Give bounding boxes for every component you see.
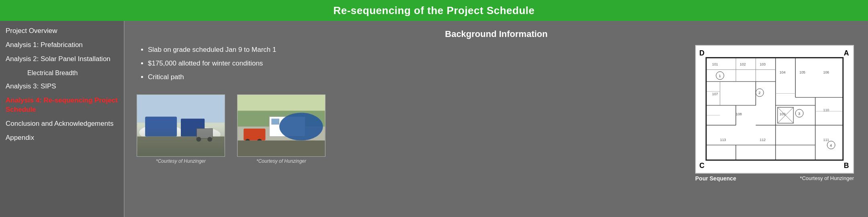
svg-point-9 — [207, 137, 212, 142]
svg-rect-20 — [696, 46, 853, 173]
svg-text:B: B — [844, 162, 849, 170]
svg-rect-16 — [244, 129, 265, 141]
svg-rect-5 — [181, 119, 205, 137]
svg-point-3 — [181, 127, 221, 142]
svg-text:109: 109 — [780, 112, 786, 116]
header: Re-sequencing of the Project Schedule — [0, 0, 868, 21]
svg-text:111: 111 — [823, 138, 829, 142]
svg-text:107: 107 — [712, 92, 718, 96]
sidebar-item-project-overview[interactable]: Project Overview — [3, 25, 121, 37]
svg-text:103: 103 — [760, 62, 766, 66]
svg-text:108: 108 — [736, 112, 742, 116]
svg-point-2 — [139, 125, 183, 140]
sidebar-item-appendix[interactable]: Appendix — [3, 132, 121, 144]
sidebar-item-electrical-breadth[interactable]: Electrical Breadth — [3, 67, 121, 79]
svg-rect-1 — [137, 123, 224, 156]
main-layout: Project Overview Analysis 1: Prefabricat… — [0, 21, 868, 217]
svg-rect-19 — [237, 141, 325, 156]
svg-rect-4 — [145, 117, 177, 137]
svg-point-15 — [279, 113, 323, 141]
svg-text:101: 101 — [712, 62, 718, 66]
bullets-and-images: Slab on grade scheduled Jan 9 to March 1… — [137, 45, 856, 211]
sidebar-item-conclusion[interactable]: Conclusion and Acknowledgements — [3, 118, 121, 130]
svg-point-8 — [196, 137, 201, 142]
image-block-1: *Courtesy of Hunzinger — [137, 94, 225, 164]
svg-text:C: C — [699, 162, 704, 170]
svg-rect-14 — [271, 119, 279, 125]
svg-text:D: D — [699, 49, 704, 57]
image-block-2: *Courtesy of Hunzinger — [237, 94, 326, 164]
images-row: *Courtesy of Hunzinger — [137, 94, 687, 164]
content-area: Background Information Slab on grade sch… — [125, 21, 868, 217]
svg-text:2: 2 — [759, 91, 761, 95]
pour-sequence-label: Pour Sequence — [695, 175, 736, 182]
svg-text:A: A — [844, 49, 849, 57]
photo1-caption: *Courtesy of Hunzinger — [156, 158, 206, 164]
page-title: Re-sequencing of the Project Schedule — [333, 4, 534, 17]
svg-text:113: 113 — [720, 138, 726, 142]
svg-text:112: 112 — [760, 138, 766, 142]
svg-text:110: 110 — [823, 108, 829, 112]
construction-photo-2 — [237, 94, 326, 157]
floorplan-courtesy: *Courtesy of Hunzinger — [800, 175, 854, 182]
sidebar-item-analysis4[interactable]: Analysis 4: Re-sequencing Project Schedu… — [3, 94, 121, 116]
svg-text:106: 106 — [823, 70, 829, 74]
construction-photo-1 — [137, 94, 225, 157]
sidebar-item-analysis1[interactable]: Analysis 1: Prefabrication — [3, 39, 121, 51]
svg-text:105: 105 — [799, 70, 805, 74]
sidebar-item-analysis3[interactable]: Analysis 3: SIPS — [3, 80, 121, 93]
bullet-item-1: Slab on grade scheduled Jan 9 to March 1 — [148, 45, 687, 55]
bullet-item-2: $175,000 allotted for winter conditions — [148, 59, 687, 68]
bullet-list: Slab on grade scheduled Jan 9 to March 1… — [137, 45, 687, 86]
svg-rect-6 — [137, 137, 224, 156]
content-title: Background Information — [137, 29, 856, 39]
svg-text:104: 104 — [780, 70, 786, 74]
svg-rect-7 — [197, 129, 212, 139]
left-section: Slab on grade scheduled Jan 9 to March 1… — [137, 45, 687, 211]
bullet-item-3: Critical path — [148, 72, 687, 82]
floorplan-diagram: D A C B — [695, 45, 854, 174]
svg-text:3: 3 — [798, 112, 800, 116]
svg-text:102: 102 — [740, 62, 746, 66]
photo2-caption: *Courtesy of Hunzinger — [256, 158, 306, 164]
sidebar: Project Overview Analysis 1: Prefabricat… — [0, 21, 125, 217]
svg-text:4: 4 — [830, 143, 832, 147]
right-section: D A C B — [687, 45, 856, 211]
floorplan-labels: Pour Sequence *Courtesy of Hunzinger — [695, 175, 854, 182]
sidebar-item-analysis2[interactable]: Analysis 2: Solar Panel Installation — [3, 53, 121, 66]
svg-text:1: 1 — [719, 74, 721, 78]
